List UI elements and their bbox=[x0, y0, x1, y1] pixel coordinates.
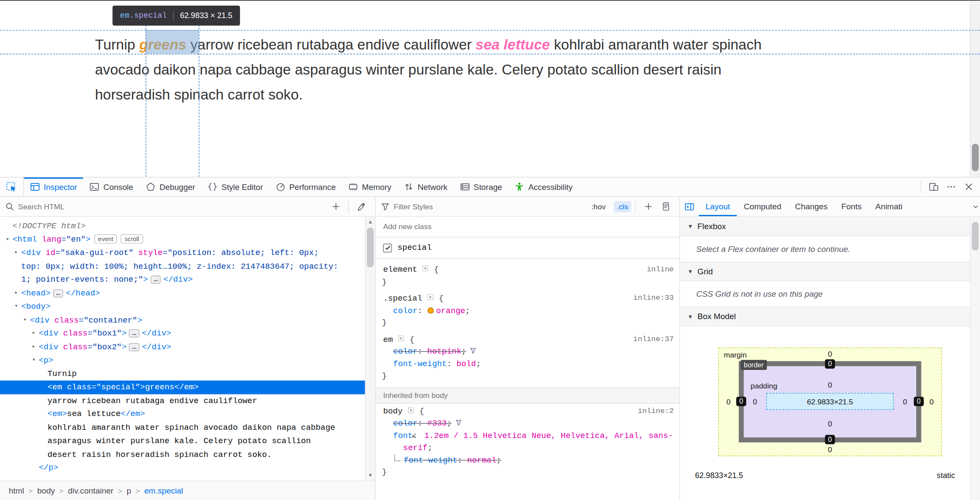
rule-selector[interactable]: element bbox=[383, 265, 417, 274]
markup-line[interactable]: top: 0px; width: 100%; height…100%; z-in… bbox=[0, 260, 366, 273]
pseudo-class-button[interactable]: :hov bbox=[588, 201, 609, 212]
markup-scrollbar-thumb[interactable] bbox=[367, 227, 374, 267]
color-swatch[interactable] bbox=[427, 307, 434, 314]
breadcrumb-item-html[interactable]: html bbox=[9, 486, 24, 496]
collapsed-content-badge[interactable]: … bbox=[150, 276, 161, 284]
selector-highlighter-icon[interactable] bbox=[422, 265, 429, 272]
close-devtools-button[interactable] bbox=[960, 179, 978, 195]
sidebar-tab-computed[interactable]: Computed bbox=[737, 197, 788, 216]
sidebar-tab-changes[interactable]: Changes bbox=[788, 197, 834, 216]
css-declaration[interactable]: font-weight: bold; bbox=[376, 358, 679, 370]
scroll-up-icon[interactable]: ▲ bbox=[366, 217, 375, 227]
expand-twisty-icon[interactable]: ▸ bbox=[12, 286, 20, 300]
border-right-value[interactable]: 0 bbox=[914, 397, 924, 406]
padding-left-value[interactable]: 0 bbox=[744, 398, 766, 406]
three-pane-toggle-button[interactable] bbox=[680, 197, 699, 216]
markup-line[interactable]: yarrow ricebean rutabaga endive cauliflo… bbox=[0, 394, 366, 407]
devtools-menu-button[interactable] bbox=[943, 179, 960, 195]
markup-line[interactable]: Turnip bbox=[0, 367, 366, 380]
search-html-input[interactable]: Search HTML bbox=[18, 202, 64, 211]
sidebar-tab-layout[interactable]: Layout bbox=[699, 197, 737, 216]
box-model-content-box[interactable]: 62.9833×21.5 bbox=[766, 393, 894, 410]
markup-line[interactable]: <!DOCTYPE html> bbox=[0, 219, 366, 233]
markup-line[interactable]: ▾<div class="container"> bbox=[0, 314, 366, 327]
rule-selector[interactable]: body bbox=[383, 407, 402, 416]
collapsed-content-badge[interactable]: … bbox=[129, 343, 140, 351]
devtools-tab-memory[interactable]: Memory bbox=[342, 177, 398, 196]
markup-line[interactable]: ▸<div class="box1">…</div> bbox=[0, 327, 366, 340]
rule-source-link[interactable]: inline bbox=[647, 264, 674, 276]
responsive-design-mode-button[interactable] bbox=[925, 179, 943, 195]
expand-twisty-icon[interactable]: ▸ bbox=[30, 327, 37, 340]
breadcrumb-item-body[interactable]: body bbox=[37, 486, 55, 496]
collapse-twisty-icon[interactable]: ▾ bbox=[30, 354, 37, 367]
selector-highlighter-icon[interactable] bbox=[398, 335, 404, 342]
page-scrollbar-thumb[interactable] bbox=[972, 144, 979, 171]
markup-line[interactable]: <em>sea lettuce</em> bbox=[0, 407, 366, 421]
css-declaration[interactable]: font-weight: normal; bbox=[376, 454, 679, 466]
page-scrollbar[interactable] bbox=[970, 1, 980, 177]
print-media-button[interactable] bbox=[657, 199, 675, 215]
devtools-tab-console[interactable]: Console bbox=[84, 177, 140, 196]
margin-left-value[interactable]: 0 bbox=[718, 398, 739, 406]
markup-line[interactable]: ▾<html lang="en">eventscroll bbox=[0, 233, 366, 246]
rule-source-link[interactable]: inline:2 bbox=[638, 405, 674, 417]
expand-twisty-icon[interactable]: ▸ bbox=[30, 340, 37, 354]
class-checkbox[interactable] bbox=[383, 243, 392, 252]
selector-highlighter-icon[interactable] bbox=[427, 294, 434, 301]
rule-source-link[interactable]: inline:33 bbox=[633, 292, 674, 304]
padding-bottom-value[interactable]: 0 bbox=[718, 419, 942, 428]
margin-top-value[interactable]: 0 bbox=[718, 350, 942, 359]
collapsed-content-badge[interactable]: … bbox=[129, 329, 140, 338]
padding-top-value[interactable]: 0 bbox=[718, 381, 942, 389]
rule-source-link[interactable]: inline:37 bbox=[633, 333, 674, 345]
border-left-value[interactable]: 0 bbox=[736, 397, 746, 406]
add-node-button[interactable] bbox=[327, 199, 345, 215]
margin-bottom-value[interactable]: 0 bbox=[718, 445, 942, 454]
markup-scrollbar[interactable]: ▲ ▼ bbox=[365, 217, 375, 480]
devtools-tab-network[interactable]: Network bbox=[398, 177, 454, 196]
devtools-tab-storage[interactable]: Storage bbox=[454, 177, 508, 196]
css-declaration[interactable]: color: #333; bbox=[376, 417, 679, 429]
scroll-badge[interactable]: scroll bbox=[121, 234, 143, 243]
sidebar-tab-fonts[interactable]: Fonts bbox=[834, 197, 868, 216]
css-declaration[interactable]: color: orange; bbox=[376, 304, 679, 317]
devtools-tab-style-editor[interactable]: Style Editor bbox=[202, 177, 269, 196]
breadcrumb-item-em-special[interactable]: em.special bbox=[144, 486, 183, 496]
overridden-filter-icon[interactable] bbox=[455, 419, 462, 426]
markup-line[interactable]: ▸<head>…</head> bbox=[0, 286, 366, 300]
filter-styles-input[interactable]: Filter Styles bbox=[394, 202, 433, 211]
add-rule-button[interactable] bbox=[639, 199, 657, 215]
collapse-twisty-icon[interactable]: ▾ bbox=[4, 233, 11, 246]
devtools-tab-inspector[interactable]: Inspector bbox=[24, 177, 84, 196]
sidebar-tab-animati[interactable]: Animati bbox=[868, 197, 909, 216]
margin-right-value[interactable]: 0 bbox=[921, 398, 942, 406]
padding-right-value[interactable]: 0 bbox=[894, 398, 916, 406]
markup-tree[interactable]: <!DOCTYPE html>▾<html lang="en">eventscr… bbox=[0, 217, 375, 480]
overridden-filter-icon[interactable] bbox=[470, 347, 477, 354]
pick-element-button[interactable] bbox=[0, 177, 24, 196]
border-top-value[interactable]: 0 bbox=[825, 359, 835, 369]
rule-selector[interactable]: .special bbox=[383, 294, 422, 303]
add-class-input[interactable]: Add new class bbox=[376, 217, 679, 237]
box-model-section-header[interactable]: ▼Box Model bbox=[680, 307, 980, 326]
devtools-tab-debugger[interactable]: Debugger bbox=[140, 177, 202, 196]
expand-twisty-icon[interactable]: ▸ bbox=[12, 246, 20, 260]
css-declaration[interactable]: font: ▶1.2em / 1.5 Helvetica Neue, Helve… bbox=[376, 429, 679, 454]
flexbox-section-header[interactable]: ▼Flexbox bbox=[680, 217, 980, 236]
eyedropper-button[interactable] bbox=[352, 199, 370, 215]
collapse-twisty-icon[interactable]: ▾ bbox=[12, 300, 20, 313]
breadcrumb-item-div-container[interactable]: div.container bbox=[68, 486, 114, 496]
all-tabs-menu-button[interactable] bbox=[972, 197, 979, 216]
selector-highlighter-icon[interactable] bbox=[408, 407, 414, 413]
event-badge[interactable]: event bbox=[94, 234, 117, 243]
markup-line[interactable]: ▸<div id="saka-gui-root" style="position… bbox=[0, 246, 366, 260]
markup-line[interactable]: desert raisin horseradish spinach carrot… bbox=[0, 448, 366, 461]
markup-line[interactable]: ▾<body> bbox=[0, 300, 366, 313]
devtools-tab-performance[interactable]: Performance bbox=[269, 177, 342, 196]
markup-line-selected[interactable]: <em class="special">greens</em> bbox=[0, 381, 366, 394]
class-panel-button[interactable]: .cls bbox=[614, 201, 632, 212]
markup-line[interactable]: ▾<p> bbox=[0, 354, 366, 367]
collapse-twisty-icon[interactable]: ▾ bbox=[21, 314, 28, 327]
devtools-tab-accessibility[interactable]: Accessibility bbox=[508, 177, 579, 196]
